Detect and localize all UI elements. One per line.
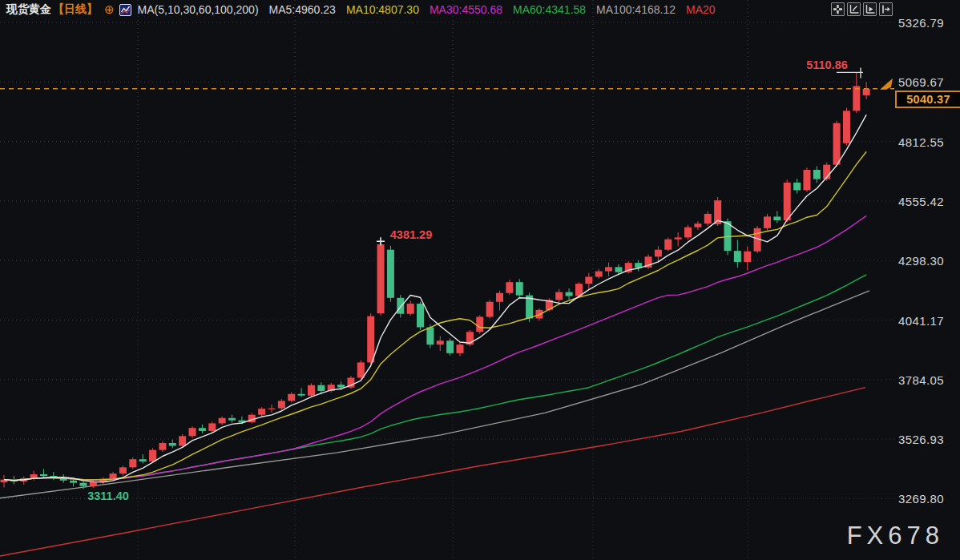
candle-body bbox=[110, 473, 117, 478]
candle-body bbox=[129, 459, 136, 467]
candle-body bbox=[773, 216, 781, 220]
candle-body bbox=[585, 277, 592, 284]
chart-header: 现货黄金 【日线】 ⊕ MA(5,10,30,60,100,200)MA5:49… bbox=[0, 0, 960, 19]
candle-body bbox=[30, 474, 38, 478]
go-to-latest-button[interactable] bbox=[879, 2, 893, 16]
crosshair-icon bbox=[833, 4, 843, 14]
candle-body bbox=[813, 170, 821, 179]
last-price-label: 5040.37 bbox=[895, 91, 960, 108]
candle-body bbox=[139, 459, 147, 461]
candle-body bbox=[387, 250, 394, 298]
candle-body bbox=[496, 293, 503, 302]
candle-body bbox=[208, 423, 216, 431]
ma10-line bbox=[4, 151, 866, 481]
candle-body bbox=[437, 340, 444, 344]
candle-body bbox=[486, 302, 494, 317]
candle-body bbox=[635, 263, 642, 268]
candle-body bbox=[119, 467, 127, 473]
peak-price-label: 4381.29 bbox=[390, 228, 432, 241]
candle-body bbox=[268, 409, 275, 409]
ma-legend-item: MA30:4550.68 bbox=[430, 3, 502, 16]
candle-body bbox=[179, 436, 186, 445]
timeframe-label: 【日线】 bbox=[53, 2, 98, 17]
candle-body bbox=[149, 450, 156, 461]
ma5-line bbox=[4, 115, 866, 482]
candle-body bbox=[516, 282, 523, 295]
candle-body bbox=[833, 123, 841, 165]
jump-to-latest-icon bbox=[881, 4, 891, 14]
chart-window: 现货黄金 【日线】 ⊕ MA(5,10,30,60,100,200)MA5:49… bbox=[0, 0, 960, 560]
candle-body bbox=[664, 240, 672, 250]
circle-plus-icon[interactable]: ⊕ bbox=[104, 2, 115, 17]
candle-body bbox=[784, 183, 791, 220]
candle-body bbox=[317, 385, 325, 391]
candle-body bbox=[357, 362, 365, 377]
play-axis-icon bbox=[865, 4, 875, 14]
candle-body bbox=[764, 216, 771, 228]
candle-body bbox=[79, 483, 87, 486]
candle-body bbox=[457, 344, 464, 353]
candle-body bbox=[476, 317, 483, 332]
candle-body bbox=[70, 481, 77, 483]
candle-body bbox=[684, 228, 692, 238]
fit-chart-button[interactable] bbox=[847, 2, 861, 16]
candle-body bbox=[219, 418, 226, 424]
candle-body bbox=[694, 224, 701, 228]
candle-body bbox=[744, 252, 751, 262]
candle-body bbox=[228, 418, 236, 421]
ma200-line bbox=[0, 388, 865, 556]
candle-body bbox=[169, 443, 176, 445]
candle-body bbox=[189, 428, 196, 436]
candle-body bbox=[793, 183, 801, 191]
ma-legend-item: MA100:4168.12 bbox=[596, 3, 676, 16]
candle-body bbox=[863, 89, 870, 95]
candle-body bbox=[199, 428, 206, 431]
candle-body bbox=[417, 304, 424, 327]
ma-legend-item: MA20 bbox=[686, 3, 716, 16]
candle-body bbox=[278, 401, 285, 408]
candle-body bbox=[843, 111, 850, 143]
candle-body bbox=[377, 244, 385, 313]
symbol-title: 现货黄金 bbox=[6, 2, 51, 17]
ma60-line bbox=[4, 275, 866, 481]
candle-body bbox=[655, 250, 662, 257]
candle-body bbox=[595, 272, 603, 277]
candle-body bbox=[734, 251, 741, 262]
low-price-label: 3311.40 bbox=[87, 489, 129, 502]
candle-body bbox=[367, 316, 374, 363]
auto-scroll-button[interactable] bbox=[863, 2, 877, 16]
candle-body bbox=[615, 267, 622, 272]
candle-body bbox=[803, 170, 810, 190]
crosshair-tool-button[interactable] bbox=[831, 2, 845, 16]
candle-body bbox=[704, 214, 712, 224]
candle-body bbox=[288, 394, 295, 401]
chart-canvas[interactable] bbox=[0, 0, 960, 560]
candle-body bbox=[426, 328, 434, 345]
candle-body bbox=[90, 482, 97, 486]
ma-legend-item: MA5:4960.23 bbox=[269, 3, 336, 16]
candle-body bbox=[605, 267, 612, 271]
candle-body bbox=[397, 298, 404, 314]
candle-body bbox=[446, 340, 454, 353]
candle-body bbox=[159, 443, 166, 450]
candle-body bbox=[298, 394, 305, 396]
candle-body bbox=[675, 237, 682, 239]
ma-legend-item: MA(5,10,30,60,100,200) bbox=[138, 3, 259, 16]
candle-body bbox=[337, 385, 345, 387]
candle-body bbox=[506, 282, 513, 293]
candle-body bbox=[853, 86, 860, 111]
ma-legend-item: MA60:4341.58 bbox=[513, 3, 586, 16]
ma-legend: MA(5,10,30,60,100,200)MA5:4960.23MA10:48… bbox=[138, 3, 726, 16]
kline-chart-icon bbox=[119, 4, 131, 16]
fit-axes-icon bbox=[849, 4, 859, 14]
price-arrow-icon bbox=[880, 79, 893, 90]
last-price-value: 5040.37 bbox=[906, 93, 950, 106]
candle-body bbox=[308, 385, 315, 396]
candle-body bbox=[555, 292, 563, 300]
candle-body bbox=[40, 474, 47, 476]
watermark: FX678 bbox=[847, 522, 944, 550]
ma-legend-item: MA10:4807.30 bbox=[346, 3, 419, 16]
chart-toolbar bbox=[831, 2, 893, 16]
candle-body bbox=[407, 304, 414, 314]
candle-body bbox=[258, 409, 265, 415]
